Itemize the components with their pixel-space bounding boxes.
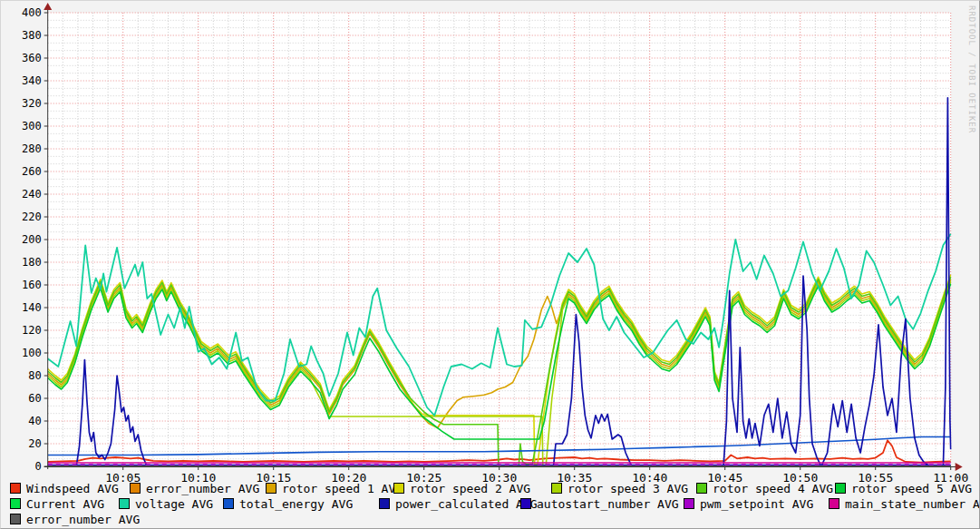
x-tick-label: 10:05 xyxy=(105,471,141,485)
y-tick-label: 40 xyxy=(28,415,41,427)
x-tick-label: 10:35 xyxy=(557,471,592,485)
y-tick-label: 360 xyxy=(22,52,42,64)
x-tick-label: 10:15 xyxy=(256,471,291,485)
y-tick-label: 400 xyxy=(22,6,42,19)
y-tick-label: 140 xyxy=(22,301,42,314)
y-tick-label: 160 xyxy=(22,279,42,291)
y-tick-label: 120 xyxy=(22,324,42,337)
y-tick-label: 20 xyxy=(28,437,41,450)
chart-canvas: 0204060801001201401601802002202402602803… xyxy=(1,1,980,529)
y-tick-label: 100 xyxy=(22,347,42,359)
y-tick-label: 180 xyxy=(22,256,42,269)
y-tick-label: 340 xyxy=(22,74,42,87)
y-tick-label: 0 xyxy=(34,460,41,473)
y-axis-arrow xyxy=(44,3,52,10)
y-tick-label: 380 xyxy=(22,29,42,42)
y-tick-label: 320 xyxy=(22,97,42,110)
x-tick-label: 10:30 xyxy=(481,471,517,485)
x-tick-label: 10:10 xyxy=(180,471,216,485)
y-tick-label: 200 xyxy=(22,233,42,246)
y-tick-label: 80 xyxy=(28,369,41,382)
x-tick-label: 10:20 xyxy=(331,471,366,485)
rrdtool-graph-image: 0204060801001201401601802002202402602803… xyxy=(0,0,980,529)
x-tick-label: 10:25 xyxy=(406,471,441,485)
y-tick-label: 240 xyxy=(22,188,42,201)
x-tick-label: 11:00 xyxy=(933,471,968,485)
y-tick-label: 280 xyxy=(22,142,42,155)
x-tick-label: 10:50 xyxy=(782,471,818,485)
x-axis-arrow xyxy=(956,463,963,471)
x-tick-label: 10:40 xyxy=(632,471,667,485)
y-tick-label: 220 xyxy=(22,211,42,223)
x-tick-label: 10:55 xyxy=(858,471,893,485)
y-tick-label: 260 xyxy=(22,165,42,178)
y-tick-label: 300 xyxy=(22,120,42,132)
watermark-text: RRDTOOL / TOBI OETIKER xyxy=(967,5,976,133)
y-tick-label: 60 xyxy=(28,392,41,405)
x-tick-label: 10:45 xyxy=(707,471,742,485)
